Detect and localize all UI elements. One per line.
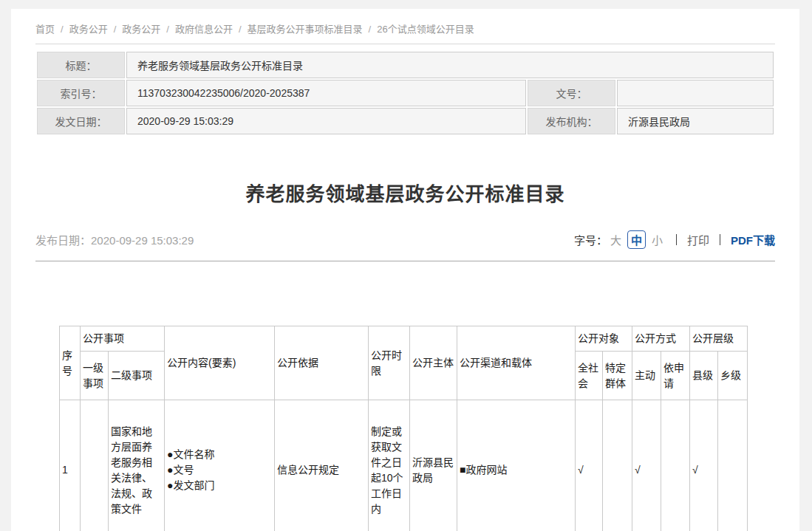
publish-date-value: 2020-09-29 15:03:29	[91, 234, 194, 247]
header-channel: 公开渠道和载体	[457, 326, 576, 400]
content-divider	[35, 261, 775, 261]
cell-on-request	[661, 400, 690, 531]
publish-date-label: 发布日期：	[35, 234, 91, 247]
cell-basis: 信息公开规定	[275, 400, 369, 531]
header-seq: 序号	[60, 326, 81, 400]
font-size-medium-button[interactable]: 中	[627, 230, 646, 249]
breadcrumb-separator: /	[166, 24, 169, 35]
header-on-request: 依申请	[661, 352, 690, 400]
content-item: ●文号	[167, 462, 272, 478]
table-row: 1 国家和地方层面养老服务相关法律、法规、政策文件 ●文件名称 ●文号 ●发文部…	[60, 400, 748, 531]
header-subject: 公开主体	[410, 326, 457, 400]
print-button[interactable]: 打印	[687, 232, 709, 247]
font-size-label: 字号：	[574, 232, 607, 247]
header-content: 公开内容(要素)	[165, 326, 275, 400]
header-level: 公开层级	[690, 326, 748, 352]
cell-all-society: √	[576, 400, 603, 531]
cell-content: ●文件名称 ●文号 ●发文部门	[165, 400, 275, 531]
cell-level2: 国家和地方层面养老服务相关法律、法规、政策文件	[109, 400, 165, 531]
font-size-large-button[interactable]: 大	[610, 232, 621, 247]
header-level1: 一级事项	[81, 352, 109, 400]
breadcrumb-link-zhengwu-2[interactable]: 政务公开	[122, 24, 160, 35]
breadcrumb-link-pilot-catalog[interactable]: 26个试点领域公开目录	[377, 24, 474, 35]
breadcrumb-separator: /	[114, 24, 117, 35]
breadcrumb-separator: /	[369, 24, 372, 35]
meta-value-title: 养老服务领域基层政务公开标准目录	[126, 52, 774, 78]
cell-subject: 沂源县民政局	[410, 400, 457, 531]
separator	[720, 234, 720, 245]
breadcrumb-divider	[35, 44, 775, 44]
separator	[676, 234, 677, 245]
cell-level1	[81, 400, 109, 531]
meta-label-title: 标题：	[37, 52, 125, 78]
catalog-table: 序号 公开事项 公开内容(要素) 公开依据 公开时限 公开主体 公开渠道和载体 …	[59, 326, 748, 531]
header-time-limit: 公开时限	[369, 326, 410, 400]
meta-label-index: 索引号：	[37, 80, 125, 106]
header-method: 公开方式	[632, 326, 690, 352]
meta-label-docnum: 文号：	[528, 80, 615, 106]
header-all-society: 全社会	[576, 352, 603, 400]
page-title: 养老服务领域基层政务公开标准目录	[35, 182, 775, 207]
header-county: 县级	[690, 352, 718, 400]
pdf-download-button[interactable]: PDF下载	[731, 232, 775, 247]
font-size-small-button[interactable]: 小	[652, 232, 663, 247]
breadcrumb-link-zhengwu-1[interactable]: 政务公开	[69, 24, 108, 35]
meta-value-date: 2020-09-29 15:03:29	[126, 108, 526, 134]
breadcrumb-link-standard-catalog[interactable]: 基层政务公开事项标准目录	[248, 24, 363, 35]
content-item: ●发文部门	[167, 478, 272, 493]
cell-channel: ■政府网站	[457, 400, 576, 531]
header-proactive: 主动	[632, 352, 661, 400]
publish-date: 发布日期：2020-09-29 15:03:29	[35, 232, 194, 247]
breadcrumb-separator: /	[239, 24, 242, 35]
header-level2: 二级事项	[109, 352, 165, 400]
meta-label-date: 发文日期：	[37, 108, 125, 134]
cell-county: √	[690, 400, 718, 531]
header-specific-group: 特定群体	[603, 352, 632, 400]
header-matters: 公开事项	[81, 326, 165, 352]
meta-value-index: 113703230042235006/2020-2025387	[126, 80, 526, 106]
content-item: ●文件名称	[167, 447, 272, 462]
cell-time-limit: 制定或获取文件之日起10个工作日内	[369, 400, 410, 531]
breadcrumb-link-home[interactable]: 首页	[35, 24, 55, 35]
meta-value-docnum	[617, 80, 774, 106]
cell-proactive: √	[632, 400, 661, 531]
cell-seq: 1	[60, 400, 81, 531]
meta-label-org: 发布机构：	[528, 108, 615, 134]
header-audience: 公开对象	[576, 326, 632, 352]
cell-township	[718, 400, 748, 531]
cell-specific-group	[603, 400, 632, 531]
breadcrumb-link-gov-info[interactable]: 政府信息公开	[175, 24, 233, 35]
meta-value-org: 沂源县民政局	[617, 108, 774, 134]
article-meta-line: 发布日期：2020-09-29 15:03:29 字号： 大 中 小 打印 PD…	[35, 229, 775, 250]
header-basis: 公开依据	[275, 326, 369, 400]
article-tools: 字号： 大 中 小 打印 PDF下载	[574, 230, 775, 249]
breadcrumb: 首页/政务公开/政务公开/政府信息公开/基层政务公开事项标准目录/26个试点领域…	[35, 24, 775, 35]
content-panel: 首页/政务公开/政务公开/政府信息公开/基层政务公开事项标准目录/26个试点领域…	[11, 9, 799, 531]
breadcrumb-separator: /	[61, 24, 64, 35]
header-township: 乡级	[718, 352, 748, 400]
document-meta-table: 标题： 养老服务领域基层政务公开标准目录 索引号： 11370323004223…	[35, 50, 775, 136]
